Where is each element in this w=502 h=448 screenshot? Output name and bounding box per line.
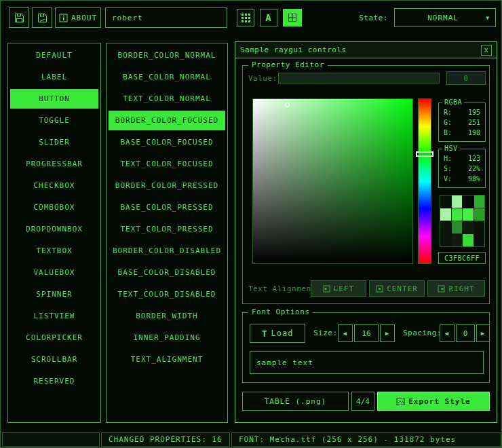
font-load-button[interactable]: T Load	[250, 324, 305, 343]
properties-list-item[interactable]: TEXT_COLOR_DISABLED	[109, 284, 225, 304]
spacing-label: Spacing:	[403, 329, 442, 337]
palette-swatch[interactable]	[474, 195, 485, 208]
palette-swatch[interactable]	[440, 234, 451, 246]
save-style-button[interactable]	[9, 7, 29, 28]
sample-text-input[interactable]: sample text	[250, 351, 484, 374]
controls-list-item[interactable]: DROPDOWNBOX	[10, 219, 98, 239]
spacing-decrement-button[interactable]: ◀	[440, 324, 455, 342]
controls-list-item[interactable]: DEFAULT	[10, 45, 98, 65]
controls-list-item[interactable]: CHECKBOX	[10, 176, 98, 195]
size-increment-button[interactable]: ▶	[380, 324, 395, 342]
properties-list-item[interactable]: BORDER_COLOR_NORMAL	[109, 45, 225, 65]
properties-list-item[interactable]: BASE_COLOR_DISABLED	[109, 263, 225, 282]
sample-window-titlebar[interactable]: Sample raygui controls x	[235, 42, 497, 58]
spacing-value[interactable]: 0	[456, 324, 475, 342]
hue-slider[interactable]	[418, 98, 431, 264]
controls-list-item[interactable]: LABEL	[10, 67, 98, 87]
size-label: Size:	[313, 329, 338, 337]
properties-list-item[interactable]: BASE_COLOR_FOCUSED	[109, 132, 225, 152]
statusbar-font-info: FONT: Mecha.ttf (256 x 256) - 131872 byt…	[231, 432, 501, 447]
export-style-button[interactable]: Export Style	[377, 392, 490, 411]
align-right-label: RIGHT	[448, 284, 474, 293]
properties-list-item[interactable]: TEXT_COLOR_PRESSED	[109, 219, 225, 239]
align-right-button[interactable]: RIGHT	[427, 280, 485, 297]
controls-list-item[interactable]: TEXTBOX	[10, 241, 98, 261]
palette-swatch[interactable]	[452, 221, 463, 234]
align-right-icon	[438, 285, 445, 293]
palette-swatch[interactable]	[463, 195, 474, 208]
floppy-disk-icon	[14, 13, 24, 23]
palette-swatch[interactable]	[440, 195, 451, 208]
spacing-increment-button[interactable]: ▶	[476, 324, 490, 342]
palette-swatch[interactable]	[474, 221, 485, 234]
hue-slider-handle[interactable]	[416, 151, 433, 157]
state-dropdown[interactable]: NORMAL ▼	[394, 8, 496, 27]
value-slider[interactable]	[278, 73, 440, 83]
controls-list-item[interactable]: RESERVED	[10, 371, 98, 391]
font-atlas-button[interactable]: A	[260, 9, 277, 26]
size-value[interactable]: 16	[354, 324, 379, 342]
properties-list-item[interactable]: BORDER_WIDTH	[109, 306, 225, 326]
align-center-label: CENTER	[387, 284, 418, 293]
properties-list-item[interactable]: INNER_PADDING	[109, 328, 225, 348]
value-v-value: 98%	[468, 175, 480, 183]
controls-list-item[interactable]: SLIDER	[10, 132, 98, 152]
export-format-dropdown[interactable]: TABLE (.png)	[242, 392, 349, 411]
properties-list-item[interactable]: BORDER_COLOR_DISABLED	[109, 241, 225, 261]
palette-swatch[interactable]	[463, 221, 474, 234]
controls-list-item[interactable]: SCROLLBAR	[10, 350, 98, 369]
floppy-disk-pencil-icon	[37, 13, 47, 23]
text-icon: T	[262, 329, 268, 339]
controls-list-item-selected[interactable]: BUTTON	[10, 89, 98, 109]
palette-swatch[interactable]	[452, 208, 463, 221]
controls-list-item[interactable]: SPINNER	[10, 284, 98, 304]
save-style-as-button[interactable]	[32, 7, 52, 28]
controls-list-item[interactable]: COMBOBOX	[10, 198, 98, 217]
statusbar-left	[2, 432, 100, 447]
style-name-input[interactable]: robert	[105, 7, 227, 28]
export-count: 4/4	[351, 392, 374, 411]
font-options-group: Font Options T Load Size: ◀ 16 ▶ Spacing…	[242, 312, 490, 383]
properties-list-item-selected[interactable]: BORDER_COLOR_FOCUSED	[109, 111, 225, 130]
controls-list: DEFAULT LABEL BUTTON TOGGLE SLIDER PROGR…	[7, 43, 101, 423]
properties-list-item[interactable]: TEXT_COLOR_NORMAL	[109, 89, 225, 109]
align-left-button[interactable]: LEFT	[311, 280, 366, 297]
value-button[interactable]: 0	[446, 71, 486, 85]
controls-list-item[interactable]: PROGRESSBAR	[10, 154, 98, 174]
right-arrow-icon: ▶	[481, 330, 485, 337]
font-info-text: FONT: Mecha.ttf (256 x 256) - 131872 byt…	[239, 435, 456, 444]
close-button[interactable]: x	[481, 45, 492, 56]
changed-properties-text: CHANGED PROPERTIES: 16	[109, 435, 223, 444]
controls-list-item[interactable]: LISTVIEW	[10, 306, 98, 326]
properties-list-item[interactable]: BORDER_COLOR_PRESSED	[109, 176, 225, 195]
state-value: NORMAL	[400, 14, 486, 22]
properties-list-item[interactable]: BASE_COLOR_NORMAL	[109, 67, 225, 87]
align-center-button[interactable]: CENTER	[369, 280, 425, 297]
font-load-label: Load	[271, 329, 293, 338]
palette-swatch[interactable]	[452, 234, 463, 246]
palette-swatch[interactable]	[474, 208, 485, 221]
palette-swatch[interactable]	[474, 234, 485, 246]
info-icon	[59, 14, 68, 22]
properties-list-item[interactable]: BASE_COLOR_PRESSED	[109, 198, 225, 217]
palette-swatch[interactable]	[463, 208, 474, 221]
about-label: ABOUT	[71, 14, 97, 22]
palette-swatch[interactable]	[463, 234, 474, 246]
value-v-label: V:	[444, 175, 452, 183]
color-picker-panel[interactable]	[252, 98, 413, 264]
properties-list-item[interactable]: TEXT_ALIGNMENT	[109, 350, 225, 369]
about-button[interactable]: ABOUT	[55, 7, 101, 28]
style-table-button[interactable]	[283, 9, 302, 26]
palette-swatch[interactable]	[440, 221, 451, 234]
color-picker-cursor[interactable]	[285, 102, 290, 107]
controls-list-item[interactable]: TOGGLE	[10, 111, 98, 130]
palette-swatch[interactable]	[440, 208, 451, 221]
right-arrow-icon: ▶	[385, 330, 389, 337]
grid-view-button[interactable]	[237, 9, 254, 26]
palette-swatch[interactable]	[452, 195, 463, 208]
controls-list-item[interactable]: COLORPICKER	[10, 328, 98, 348]
size-decrement-button[interactable]: ◀	[338, 324, 353, 342]
properties-list-item[interactable]: TEXT_COLOR_FOCUSED	[109, 154, 225, 174]
hex-color-value[interactable]: C3FBC6FF	[438, 252, 486, 264]
controls-list-item[interactable]: VALUEBOX	[10, 263, 98, 282]
